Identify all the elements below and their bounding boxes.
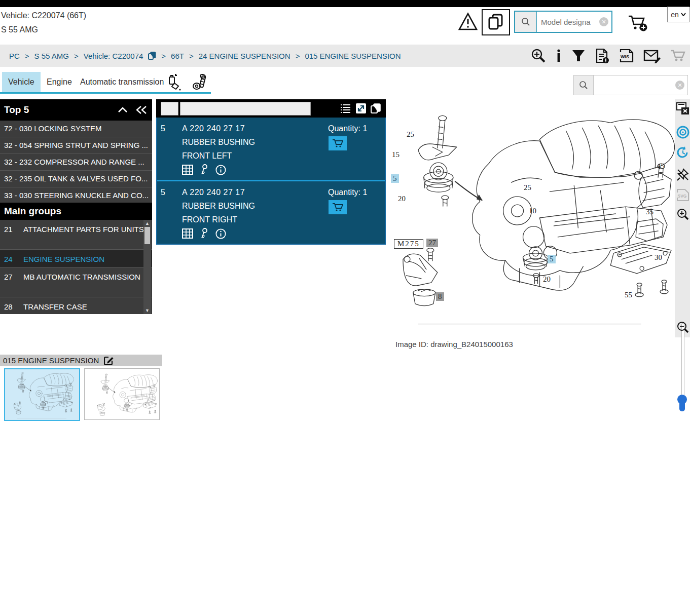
diagram-callout-5[interactable]: 5 xyxy=(548,255,556,263)
bolt-nut-icon[interactable] xyxy=(192,74,208,91)
cart-icon[interactable] xyxy=(670,49,686,63)
info-icon[interactable] xyxy=(555,49,562,63)
top5-item[interactable]: 33 - 030 STEERING KNUCKLE AND CO... xyxy=(0,187,152,204)
top5-item[interactable]: 32 - 054 SPRING STRUT AND SPRING ... xyxy=(0,137,152,154)
zoom-search-icon[interactable] xyxy=(531,48,546,63)
envelope-edit-icon[interactable] xyxy=(643,48,661,63)
tab-vehicle[interactable]: Vehicle xyxy=(2,72,41,92)
filter-icon[interactable] xyxy=(571,49,586,63)
drawing-thumbnail[interactable] xyxy=(84,368,160,420)
position-filter-input[interactable] xyxy=(161,102,178,115)
grid-table-icon[interactable] xyxy=(182,228,193,239)
add-to-cart-button[interactable] xyxy=(329,200,347,214)
diagram-callout-30[interactable]: 30 xyxy=(655,253,662,262)
search-icon[interactable] xyxy=(515,12,537,32)
clear-search-icon[interactable]: ✕ xyxy=(599,17,608,26)
diagram-callout-45[interactable]: 45 xyxy=(657,162,665,171)
language-select[interactable]: en xyxy=(667,7,689,22)
breadcrumb-item-66t[interactable]: 66T xyxy=(171,52,184,60)
main-group-item-21[interactable]: 21 ATTACHMENT PARTS FOR UNITS xyxy=(0,220,152,250)
target-center-icon[interactable] xyxy=(676,126,689,139)
wis-document-icon[interactable]: WIS xyxy=(619,48,634,63)
copy-small-icon[interactable] xyxy=(148,51,156,60)
pin-off-icon[interactable] xyxy=(676,168,689,181)
cart-add-icon[interactable] xyxy=(627,12,648,32)
info-circle-icon[interactable] xyxy=(215,228,226,239)
diagram-callout-35[interactable]: 35 xyxy=(646,208,653,216)
close-panel-icon[interactable] xyxy=(676,102,689,115)
diagram-callout-8[interactable]: 8 xyxy=(436,292,444,301)
reset-history-icon[interactable] xyxy=(676,146,689,159)
breadcrumb-separator: > xyxy=(161,52,166,60)
scroll-thumb[interactable] xyxy=(144,227,150,244)
breadcrumb-item-subgroup[interactable]: 015 ENGINE SUSPENSION xyxy=(305,52,401,60)
paint-spray-icon[interactable] xyxy=(167,74,183,91)
parts-panel: 5 A 220 240 27 17 RUBBER BUSHING FRONT L… xyxy=(156,118,386,245)
expand-icon[interactable] xyxy=(356,103,366,113)
main-group-item-28[interactable]: 28 TRANSFER CASE xyxy=(0,297,152,314)
part-row-front-right[interactable]: 5 A 220 240 27 17 RUBBER BUSHING FRONT R… xyxy=(157,180,385,244)
part-row-front-left[interactable]: 5 A 220 240 27 17 RUBBER BUSHING FRONT L… xyxy=(157,118,385,180)
key-icon[interactable] xyxy=(200,228,208,239)
info-circle-icon[interactable] xyxy=(215,165,226,175)
scrollbar[interactable]: ▲ ▼ xyxy=(143,220,151,314)
breadcrumb-item-group[interactable]: 24 ENGINE SUSPENSION xyxy=(199,52,290,60)
image-id-label: Image ID: drawing_B24015000163 xyxy=(395,340,513,349)
top5-item[interactable]: 32 - 232 COMPRESSOR AND RANGE ... xyxy=(0,154,152,171)
diagram-callout-M275[interactable]: M275 xyxy=(394,239,423,249)
diagram-callout-20[interactable]: 20 xyxy=(398,195,406,203)
svg-export-icon[interactable]: SVG xyxy=(676,188,689,202)
group-label: ENGINE SUSPENSION xyxy=(23,255,104,267)
zoom-out-icon[interactable] xyxy=(676,321,689,334)
diagram-callout-25[interactable]: 25 xyxy=(524,183,531,192)
list-view-icon[interactable] xyxy=(340,103,351,113)
top5-item[interactable]: 32 - 235 OIL TANK & VALVES USED FO... xyxy=(0,171,152,187)
tab-engine[interactable]: Engine xyxy=(41,72,78,92)
breadcrumb-separator: > xyxy=(189,52,194,60)
copy-icon[interactable] xyxy=(371,103,382,114)
zoom-slider-track[interactable] xyxy=(681,323,684,400)
svg-text:WIS: WIS xyxy=(621,54,629,59)
breadcrumb-item-model[interactable]: S 55 AMG xyxy=(34,52,69,60)
scroll-up-icon[interactable]: ▲ xyxy=(143,221,151,226)
quantity-label: Quantity: 1 xyxy=(328,124,367,133)
document-alert-icon[interactable] xyxy=(595,48,610,63)
diagram-callout-20[interactable]: 20 xyxy=(543,275,551,284)
diagram-tool-rail: SVG xyxy=(675,99,690,337)
svg-text:SVG: SVG xyxy=(678,194,687,199)
page-search-input[interactable] xyxy=(594,75,687,95)
clear-search-icon[interactable]: ✕ xyxy=(675,81,684,90)
warning-icon[interactable] xyxy=(458,12,478,31)
zoom-slider-thumb[interactable] xyxy=(677,395,687,412)
diagram-callout-55[interactable]: 55 xyxy=(625,291,632,299)
drawing-thumbnail-selected[interactable] xyxy=(4,368,80,421)
add-to-cart-button[interactable] xyxy=(329,136,347,150)
diagram-callout-5[interactable]: 5 xyxy=(391,174,399,183)
scroll-down-icon[interactable]: ▼ xyxy=(143,308,151,313)
group-code: 27 xyxy=(4,273,15,297)
breadcrumb-item-vehicle[interactable]: Vehicle: C220074 xyxy=(84,52,143,60)
diagram-callout-10[interactable]: 10 xyxy=(529,207,536,215)
part-number: A 220 240 27 17 xyxy=(182,188,245,197)
diagram-callout-27[interactable]: 27 xyxy=(426,239,438,247)
edit-icon[interactable] xyxy=(104,356,114,365)
breadcrumb-item-pc[interactable]: PC xyxy=(9,52,20,60)
parts-diagram[interactable]: 251552025104535M2752752083055 xyxy=(388,101,675,332)
key-icon[interactable] xyxy=(200,164,208,175)
zoom-in-icon[interactable] xyxy=(676,208,689,221)
diagram-callout-15[interactable]: 15 xyxy=(392,150,400,159)
collapse-up-icon[interactable] xyxy=(118,107,128,113)
top5-item[interactable]: 72 - 030 LOCKING SYSTEM xyxy=(0,121,152,137)
copy-documents-button[interactable] xyxy=(482,9,510,35)
main-group-item-24-selected[interactable]: 24 ENGINE SUSPENSION xyxy=(0,250,152,267)
search-icon[interactable] xyxy=(574,75,594,95)
thumbnail-drawing xyxy=(85,369,159,419)
grid-table-icon[interactable] xyxy=(182,165,193,175)
parts-filter-input[interactable] xyxy=(180,102,311,115)
group-code: 28 xyxy=(4,302,15,314)
diagram-callout-25[interactable]: 25 xyxy=(407,130,414,139)
main-group-item-27[interactable]: 27 MB AUTOMATIC TRANSMISSION xyxy=(0,267,152,297)
tab-automatic-transmission[interactable]: Automatic transmission xyxy=(74,72,170,92)
collapse-left-icon[interactable] xyxy=(136,106,147,114)
copy-icon xyxy=(488,14,503,31)
